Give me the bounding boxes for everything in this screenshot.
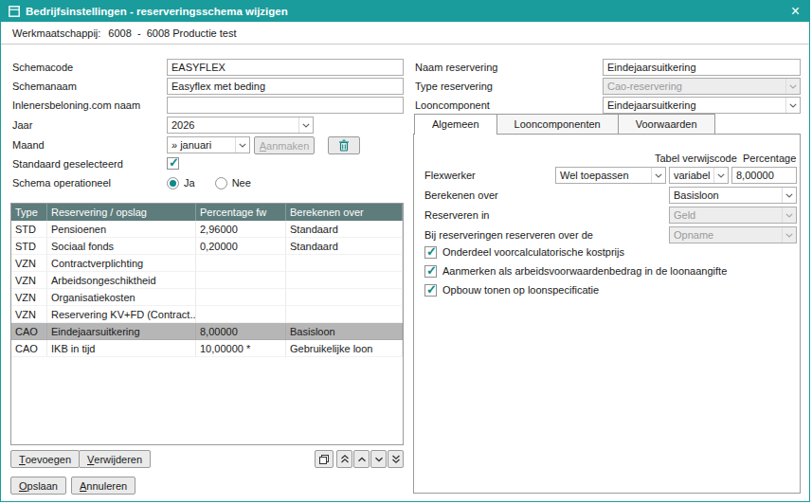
reserveren-in-label: Reserveren in — [424, 207, 489, 224]
verwijscode-value: variabel — [674, 170, 711, 181]
panel-checkbox-row: Onderdeel voorcalculatorische kostprijs — [424, 243, 727, 261]
cell-percentage — [196, 272, 286, 289]
double-chevron-down-icon — [391, 454, 401, 464]
inlenersbeloning-input[interactable] — [167, 97, 404, 114]
tab[interactable]: Voorwaarden — [618, 114, 715, 134]
schemacode-input[interactable]: EASYFLEX — [167, 59, 404, 76]
copy-icon — [318, 454, 330, 465]
schemacode-value: EASYFLEX — [171, 62, 226, 73]
type-reservering-select[interactable]: Cao-reservering — [603, 78, 801, 95]
jaar-value: 2026 — [171, 119, 194, 131]
radio-ja-label: Ja — [184, 177, 195, 189]
naam-reservering-value: Eindejaarsuitkering — [607, 62, 696, 73]
close-icon[interactable]: × — [789, 4, 802, 19]
looncomponent-select[interactable]: Eindejaarsuitkering — [603, 97, 801, 114]
percentage-input[interactable]: 8,00000 — [731, 167, 797, 184]
naam-reservering-input[interactable]: Eindejaarsuitkering — [603, 59, 801, 76]
titlebar: Bedrijfsinstellingen - reserveringsschem… — [1, 1, 809, 22]
cell-type: VZN — [11, 272, 47, 289]
chevron-down-icon — [782, 188, 796, 203]
chevron-down-icon — [235, 137, 249, 153]
standaard-label: Standaard geselecteerd — [12, 155, 123, 172]
cell-percentage — [196, 289, 286, 306]
table-row[interactable]: STD Sociaal fonds 0,20000 Standaard — [11, 238, 403, 255]
bij-reserveringen-select[interactable]: Opname — [669, 226, 797, 243]
annuleren-button[interactable]: Annuleren — [71, 477, 135, 495]
chevron-down-icon — [785, 79, 800, 94]
checkbox[interactable] — [424, 284, 437, 297]
copy-button[interactable] — [315, 450, 334, 468]
checkbox-label: Onderdeel voorcalculatorische kostprijs — [442, 246, 624, 258]
cell-name: Pensioenen — [47, 221, 196, 238]
cell-name: Contractverplichting — [47, 255, 196, 272]
cell-berekenen-over — [286, 289, 403, 306]
table-row[interactable]: CAO Eindejaarsuitkering 8,00000 Basisloo… — [11, 323, 403, 340]
double-chevron-up-icon — [340, 454, 350, 464]
table-row[interactable]: CAO IKB in tijd 10,00000 * Gebruikelijke… — [11, 340, 403, 357]
table-row[interactable]: STD Pensioenen 2,96000 Standaard — [11, 221, 403, 238]
inlenersbeloning-label: Inlenersbeloning.com naam — [12, 97, 140, 114]
cell-type: VZN — [11, 289, 47, 306]
verwijderen-button[interactable]: Verwijderen — [79, 450, 151, 468]
tab[interactable]: Algemeen — [414, 114, 497, 135]
checkbox-label: Aanmerken als arbeidsvoorwaardenbedrag i… — [442, 265, 727, 277]
chevron-down-icon — [298, 117, 313, 133]
schemanaam-input[interactable]: Easyflex met beding — [167, 78, 404, 95]
algemeen-panel: Tabel verwijscode Percentage Flexwerker … — [413, 134, 801, 494]
berekenen-over-select[interactable]: Basisloon — [669, 187, 797, 204]
jaar-label: Jaar — [12, 117, 32, 134]
table-row[interactable]: VZN Organisatiekosten — [11, 289, 403, 306]
chevron-down-icon — [782, 227, 796, 243]
jaar-select[interactable]: 2026 — [167, 117, 314, 134]
verwijscode-select[interactable]: variabel — [669, 167, 729, 184]
schema-operationeel-group: Ja Nee — [167, 174, 251, 191]
window-title: Bedrijfsinstellingen - reserveringsschem… — [26, 6, 784, 17]
checkbox[interactable] — [424, 265, 437, 278]
move-bottom-button[interactable] — [388, 450, 404, 468]
chevron-down-icon — [785, 98, 800, 113]
aanmaken-button[interactable]: Aanmaken — [254, 136, 315, 154]
reserveren-in-value: Geld — [674, 209, 695, 221]
col-reservering: Reservering / opslag — [47, 204, 196, 221]
radio-ja[interactable] — [167, 177, 179, 189]
checkbox[interactable] — [424, 246, 437, 259]
chevron-down-icon — [782, 207, 796, 223]
standaard-checkbox[interactable] — [167, 157, 179, 170]
maand-label: Maand — [12, 136, 45, 153]
move-top-button[interactable] — [336, 450, 352, 468]
cell-berekenen-over: Standaard — [286, 238, 403, 255]
toevoegen-button[interactable]: Toevoegen — [10, 450, 80, 468]
percentage-header: Percentage — [743, 150, 796, 167]
operationeel-label: Schema operationeel — [12, 174, 111, 191]
chevron-up-icon — [357, 456, 367, 463]
flexwerker-label: Flexwerker — [424, 167, 476, 184]
cell-name: Organisatiekosten — [47, 289, 196, 306]
move-up-button[interactable] — [353, 450, 370, 468]
maand-select[interactable]: » januari — [167, 136, 250, 153]
panel-checkbox-list: Onderdeel voorcalculatorische kostprijs … — [424, 243, 727, 299]
move-down-button[interactable] — [370, 450, 387, 468]
tab[interactable]: Looncomponenten — [496, 114, 619, 134]
panel-checkbox-row: Aanmerken als arbeidsvoorwaardenbedrag i… — [424, 261, 727, 280]
radio-nee[interactable] — [215, 177, 227, 189]
opslaan-button[interactable]: Opslaan — [10, 477, 66, 495]
schemanaam-label: Schemanaam — [12, 78, 77, 95]
chevron-down-icon — [651, 168, 665, 183]
col-percentage: Percentage fw — [196, 204, 286, 221]
maand-value: » januari — [171, 139, 211, 151]
cell-percentage: 10,00000 * — [196, 340, 286, 357]
reserveren-in-select[interactable]: Geld — [669, 207, 797, 224]
cell-berekenen-over: Gebruikelijke loon — [286, 340, 403, 357]
cell-berekenen-over — [286, 255, 403, 272]
tabel-verwijscode-header: Tabel verwijscode — [655, 150, 737, 167]
flexwerker-toepassen-select[interactable]: Wel toepassen — [555, 167, 666, 184]
table-row[interactable]: VZN Arbeidsongeschiktheid — [11, 272, 403, 289]
trash-icon — [338, 139, 350, 152]
cell-percentage: 0,20000 — [196, 238, 286, 255]
cell-type: VZN — [11, 306, 47, 323]
table-row[interactable]: VZN Contractverplichting — [11, 255, 403, 272]
table-row[interactable]: VZN Reservering KV+FD (Contract... — [11, 306, 403, 323]
cell-percentage — [196, 306, 286, 323]
delete-month-button[interactable] — [328, 136, 360, 154]
cell-type: STD — [11, 221, 47, 238]
